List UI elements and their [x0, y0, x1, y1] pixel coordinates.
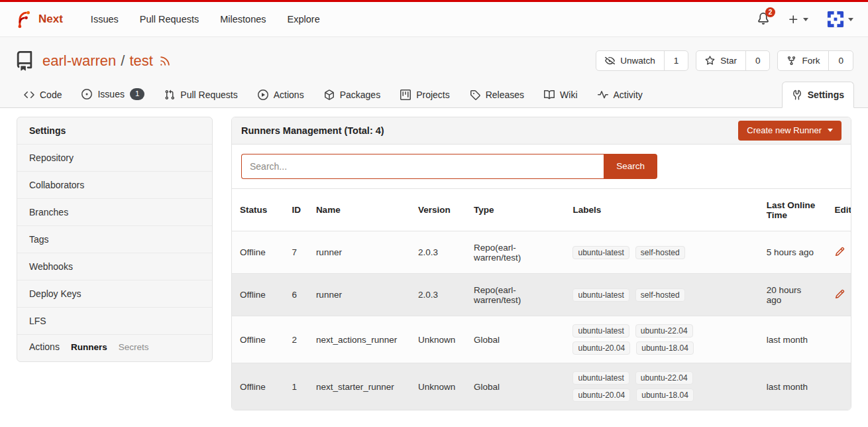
page-content: SettingsRepositoryCollaboratorsBranchesT… [0, 108, 868, 411]
runner-label-badge: ubuntu-20.04 [572, 341, 630, 355]
runner-labels-list: ubuntu-latestubuntu-22.04ubuntu-20.04ubu… [572, 371, 705, 402]
sidebar-item-actions[interactable]: Actions [29, 340, 60, 356]
tag-icon [470, 90, 480, 100]
tab-releases[interactable]: Releases [460, 82, 534, 108]
runners-table: StatusIDNameVersionTypeLabelsLast Online… [232, 189, 851, 410]
tab-code[interactable]: Code [14, 82, 72, 108]
main-navbar: Next IssuesPull RequestsMilestonesExplor… [0, 2, 868, 37]
tab-wiki[interactable]: Wiki [534, 82, 587, 108]
tab-label: Activity [614, 90, 643, 100]
runner-type: Repo(earl-warren/test) [466, 274, 565, 316]
runner-version: 2.0.3 [410, 274, 466, 316]
runner-name: next_actions_runner [308, 316, 410, 363]
create-menu-button[interactable] [788, 14, 808, 25]
unwatch-button[interactable]: Unwatch [596, 51, 664, 70]
plus-icon [788, 14, 799, 25]
column-header-edit: Edit [827, 189, 851, 231]
navbar-links: IssuesPull RequestsMilestonesExplore [80, 3, 331, 36]
nav-item-explore[interactable]: Explore [277, 3, 331, 36]
column-header-last-online-time: Last Online Time [759, 189, 827, 231]
nav-item-pull-requests[interactable]: Pull Requests [129, 3, 209, 36]
unwatch-count[interactable]: 1 [664, 51, 688, 70]
sidebar-item-actions-group: ActionsRunnersSecrets [17, 335, 212, 361]
repo-owner-link[interactable]: earl-warren [42, 52, 116, 70]
runner-id: 1 [284, 363, 307, 410]
runner-id: 2 [284, 316, 307, 363]
tab-label: Packages [340, 90, 380, 100]
star-count[interactable]: 0 [745, 51, 770, 70]
user-menu-button[interactable] [827, 11, 853, 28]
runner-version: Unknown [410, 316, 466, 363]
repo-icon [15, 51, 34, 71]
repo-action-buttons: Unwatch1Star0Fork0 [596, 50, 853, 71]
edit-runner-button[interactable] [835, 247, 845, 257]
runner-label-badge: ubuntu-18.04 [636, 389, 694, 402]
create-new-runner-button[interactable]: Create new Runner [738, 121, 841, 141]
forgejo-logo-icon [15, 11, 32, 29]
runner-last-online: 20 hours ago [759, 274, 827, 316]
breadcrumb: earl-warren / test [42, 52, 153, 70]
sidebar-subitem-secrets[interactable]: Secrets [107, 339, 149, 353]
runner-last-online: last month [759, 316, 827, 363]
create-new-runner-label: Create new Runner [747, 125, 822, 135]
runner-last-online: last month [759, 363, 827, 410]
runner-edit-cell [827, 274, 851, 316]
table-header-row: StatusIDNameVersionTypeLabelsLast Online… [232, 189, 851, 231]
fork-count[interactable]: 0 [828, 51, 853, 70]
package-icon [324, 90, 335, 100]
repo-path-separator: / [121, 52, 125, 70]
edit-runner-button[interactable] [835, 289, 845, 299]
sidebar-item-branches[interactable]: Branches [17, 199, 212, 226]
sidebar-item-webhooks[interactable]: Webhooks [17, 253, 212, 280]
sidebar-header: Settings [17, 117, 212, 145]
column-header-type: Type [466, 189, 565, 231]
unwatch-label: Unwatch [620, 56, 655, 66]
runner-status: Offline [232, 363, 284, 410]
runner-edit-cell [827, 363, 851, 410]
runner-label-badge: ubuntu-latest [572, 371, 629, 385]
sidebar-item-repository[interactable]: Repository [17, 145, 212, 172]
fork-button[interactable]: Fork [778, 51, 828, 70]
runner-label-badge: self-hosted [635, 246, 685, 259]
sidebar-item-collaborators[interactable]: Collaborators [17, 172, 212, 199]
unwatch-button-group: Unwatch1 [596, 50, 688, 71]
runners-panel: Runners Management (Total: 4) Create new… [231, 117, 851, 411]
tab-issues[interactable]: Issues1 [72, 80, 154, 108]
tab-label: Issues [97, 89, 124, 99]
repo-name-link[interactable]: test [129, 52, 152, 70]
runner-id: 6 [284, 274, 307, 316]
tab-projects[interactable]: Projects [390, 82, 460, 108]
rss-feed-icon[interactable] [159, 55, 171, 67]
runner-labels-list: ubuntu-latestubuntu-22.04ubuntu-20.04ubu… [572, 324, 705, 355]
repo-title-row: earl-warren / test Unwatch1Star0Fork0 [0, 50, 868, 71]
eye-off-icon [605, 56, 615, 66]
nav-item-milestones[interactable]: Milestones [209, 3, 276, 36]
notifications-button[interactable]: 2 [757, 13, 769, 27]
sidebar-item-lfs[interactable]: LFS [17, 308, 212, 335]
book-icon [544, 90, 555, 100]
runner-name: runner [308, 231, 410, 274]
home-link[interactable]: Next [15, 11, 63, 29]
runner-labels: ubuntu-latestself-hosted [565, 274, 758, 316]
runner-type: Repo(earl-warren/test) [466, 231, 565, 274]
runner-row-7: Offline7runner2.0.3Repo(earl-warren/test… [232, 231, 851, 274]
tab-actions[interactable]: Actions [248, 82, 314, 108]
star-label: Star [720, 56, 737, 66]
tab-settings[interactable]: Settings [782, 82, 854, 108]
runner-name: runner [308, 274, 410, 316]
search-button[interactable]: Search [604, 154, 657, 179]
tab-activity[interactable]: Activity [588, 82, 653, 108]
runner-last-online: 5 hours ago [759, 231, 827, 274]
runner-version: Unknown [410, 363, 466, 410]
tab-packages[interactable]: Packages [314, 82, 390, 108]
sidebar-subitem-runners[interactable]: Runners [60, 339, 107, 353]
nav-item-issues[interactable]: Issues [80, 3, 129, 36]
runner-labels: ubuntu-latestubuntu-22.04ubuntu-20.04ubu… [565, 363, 758, 410]
search-input[interactable] [241, 154, 604, 179]
caret-down-icon [848, 18, 853, 21]
star-button[interactable]: Star [696, 51, 745, 70]
tab-pull-requests[interactable]: Pull Requests [154, 82, 247, 108]
sidebar-item-deploy-keys[interactable]: Deploy Keys [17, 280, 212, 308]
sidebar-item-tags[interactable]: Tags [17, 226, 212, 253]
runner-type: Global [466, 316, 565, 363]
